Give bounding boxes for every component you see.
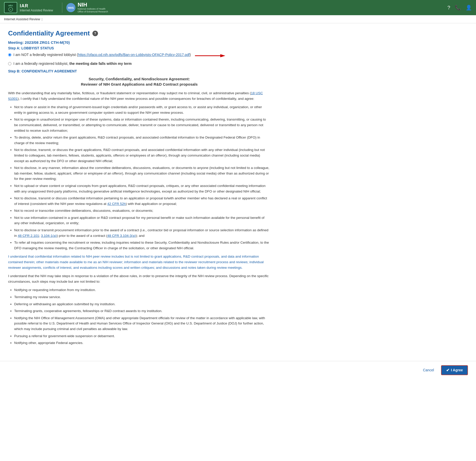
cancel-button[interactable]: Cancel bbox=[419, 366, 438, 374]
not-lobbyist-option: I am NOT a federally registered lobbyist… bbox=[8, 53, 270, 60]
help-icon[interactable]: ? bbox=[447, 5, 450, 11]
blue-paragraph-1: I understand that confidential informati… bbox=[8, 254, 270, 270]
agreement-title1: Security, Confidentiality, and Nondisclo… bbox=[8, 77, 270, 81]
svg-text:e: e bbox=[10, 9, 11, 10]
agree-button-label: I Agree bbox=[451, 368, 463, 372]
steps-bullet-item: Notifying or requesting information from… bbox=[14, 287, 270, 293]
main-bullets-list: Not to share or assist in the sharing of… bbox=[14, 104, 270, 251]
is-lobbyist-radio[interactable] bbox=[8, 62, 11, 65]
step-a-header: Step A: LOBBYIST STATUS bbox=[8, 46, 270, 50]
agree-button[interactable]: ✔ I Agree bbox=[441, 365, 468, 375]
nih-sub-label: National Institutes of HealthOffice of E… bbox=[77, 8, 108, 13]
meeting-info: Meeting: 2023/08 ZRG1 CTH-M(70) bbox=[8, 40, 270, 45]
usc-link[interactable]: 18 USC §1001 bbox=[8, 91, 263, 101]
bullet-item: To destroy, delete, and/or return the gr… bbox=[14, 135, 270, 146]
normal-paragraph-1: I understand that the NIH may take steps… bbox=[8, 273, 270, 284]
era-logo-group: eRA e IAR Internet Assisted Review bbox=[4, 2, 53, 13]
lobbyist-policy-link[interactable]: https://ofacp.od.nih.gov/pdfs/Ban-on-Lob… bbox=[78, 53, 190, 57]
footer-buttons: Cancel ✔ I Agree bbox=[0, 361, 476, 379]
bullet-item: Not to use information contained in a gr… bbox=[14, 215, 270, 226]
svg-text:HHS: HHS bbox=[68, 6, 74, 9]
main-header: eRA e IAR Internet Assisted Review HHS N… bbox=[0, 0, 476, 15]
cfr-52h-link[interactable]: 42 CFR 52h bbox=[107, 202, 126, 206]
cfr-2101-link[interactable]: 48 CFR 2.101 bbox=[18, 234, 39, 238]
breadcrumb-item[interactable]: Internet Assisted Review bbox=[4, 17, 40, 21]
is-lobbyist-option: I am a federally registered lobbyist, th… bbox=[8, 62, 270, 66]
steps-bullet-item: Deferring or withdrawing an application … bbox=[14, 301, 270, 307]
breadcrumb-separator: | bbox=[42, 17, 42, 21]
user-icon[interactable]: 👤 bbox=[466, 5, 472, 11]
bullet-item: Not to engage in unauthorized or imprope… bbox=[14, 117, 270, 133]
title-help-icon[interactable]: ? bbox=[92, 31, 98, 36]
iar-subtitle: Internet Assisted Review bbox=[20, 9, 53, 12]
nih-text-group: NIH National Institutes of HealthOffice … bbox=[77, 2, 108, 13]
main-content: Confidentiality Agreement ? Meeting: 202… bbox=[0, 23, 279, 356]
bullet-item: Not to disclose, transmit, or discuss th… bbox=[14, 147, 270, 164]
steps-bullet-item: Pursuing a referral for government-wide … bbox=[14, 333, 270, 339]
step-b-header: Step B: CONFIDENTIALITY AGREEMENT bbox=[8, 69, 270, 73]
page-title: Confidentiality Agreement ? bbox=[8, 29, 270, 37]
agreement-section: Security, Confidentiality, and Nondisclo… bbox=[8, 77, 270, 346]
arrow-indicator bbox=[195, 53, 225, 60]
header-divider bbox=[62, 3, 62, 13]
steps-bullets-list: Notifying or requesting information from… bbox=[14, 287, 270, 345]
steps-bullet-item: Notifying other, appropriate Federal age… bbox=[14, 340, 270, 346]
agreement-title2: Reviewer of NIH Grant Applications and R… bbox=[8, 82, 270, 86]
bullet-item: To refer all inquiries concerning the re… bbox=[14, 240, 270, 251]
bullet-item: Not to disclose or transmit procurement … bbox=[14, 227, 270, 238]
era-logo-icon: eRA e bbox=[4, 2, 17, 13]
is-lobbyist-label[interactable]: I am a federally registered lobbyist, th… bbox=[13, 62, 132, 66]
bullet-item: Not to record or transcribe committee de… bbox=[14, 208, 270, 214]
cfr-3104-3-link[interactable]: 48 CFR 3.104-3(a) bbox=[107, 234, 136, 238]
svg-marker-7 bbox=[220, 54, 225, 57]
red-arrow-svg bbox=[195, 53, 225, 59]
not-lobbyist-radio[interactable] bbox=[8, 53, 11, 56]
bullet-item: Not to disclose, transmit or discuss con… bbox=[14, 196, 270, 206]
steps-bullet-item: Terminating grants, cooperative agreemen… bbox=[14, 308, 270, 314]
bullet-item: Not to share or assist in the sharing of… bbox=[14, 104, 270, 115]
steps-bullet-item: Notifying the NIH Office of Management A… bbox=[14, 315, 270, 332]
header-icons-group: ? 📞 👤 bbox=[447, 5, 472, 11]
checkmark-icon: ✔ bbox=[446, 368, 449, 373]
svg-text:eRA: eRA bbox=[8, 4, 13, 7]
cfr-3104-link[interactable]: 3.104-1(a) bbox=[41, 234, 57, 238]
agreement-intro: With the understanding that any material… bbox=[8, 90, 270, 101]
phone-icon[interactable]: 📞 bbox=[455, 5, 461, 11]
lobbyist-radio-group: I am NOT a federally registered lobbyist… bbox=[8, 53, 270, 66]
iar-label: IAR bbox=[20, 3, 53, 9]
breadcrumb: Internet Assisted Review | bbox=[0, 15, 476, 23]
page-title-text: Confidentiality Agreement bbox=[8, 29, 90, 37]
bullet-item: Not to disclose, in any manner, informat… bbox=[14, 165, 270, 182]
not-lobbyist-label[interactable]: I am NOT a federally registered lobbyist… bbox=[13, 53, 191, 57]
nih-logo-group: HHS NIH National Institutes of HealthOff… bbox=[66, 2, 108, 13]
is-lobbyist-bold-text: the meeting date falls within my term bbox=[69, 62, 132, 66]
nih-main-label: NIH bbox=[77, 2, 108, 8]
bullet-item: Not to upload or share content or origin… bbox=[14, 183, 270, 194]
iar-title-group: IAR Internet Assisted Review bbox=[20, 3, 53, 12]
steps-bullet-item: Terminating my review service. bbox=[14, 294, 270, 300]
hhs-icon: HHS bbox=[66, 3, 75, 12]
